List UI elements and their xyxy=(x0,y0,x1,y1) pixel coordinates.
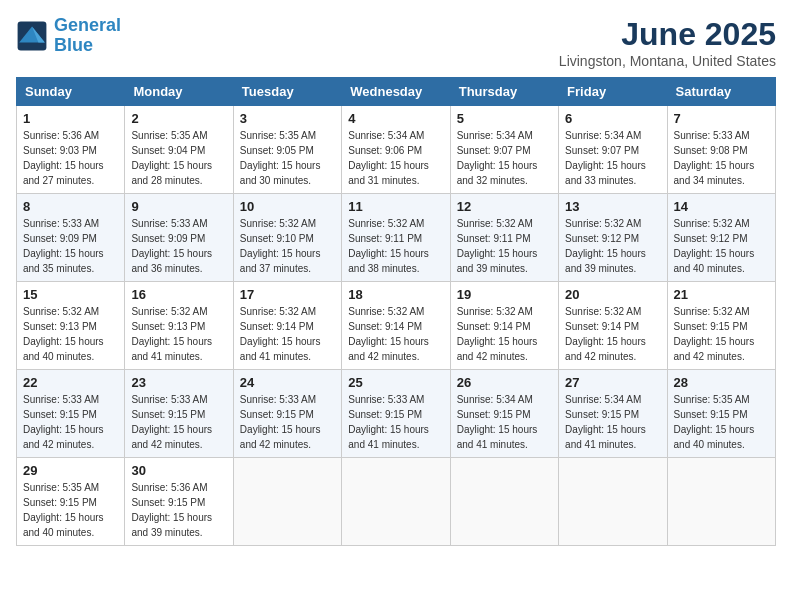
day-number: 18 xyxy=(348,287,443,302)
day-info: Sunrise: 5:36 AMSunset: 9:15 PMDaylight:… xyxy=(131,480,226,540)
day-info: Sunrise: 5:32 AMSunset: 9:11 PMDaylight:… xyxy=(348,216,443,276)
day-number: 24 xyxy=(240,375,335,390)
day-number: 14 xyxy=(674,199,769,214)
day-number: 22 xyxy=(23,375,118,390)
col-saturday: Saturday xyxy=(667,78,775,106)
day-info: Sunrise: 5:35 AMSunset: 9:15 PMDaylight:… xyxy=(674,392,769,452)
table-row xyxy=(342,458,450,546)
table-row: 28 Sunrise: 5:35 AMSunset: 9:15 PMDaylig… xyxy=(667,370,775,458)
day-info: Sunrise: 5:33 AMSunset: 9:15 PMDaylight:… xyxy=(131,392,226,452)
day-number: 5 xyxy=(457,111,552,126)
day-number: 15 xyxy=(23,287,118,302)
day-info: Sunrise: 5:32 AMSunset: 9:12 PMDaylight:… xyxy=(674,216,769,276)
day-number: 29 xyxy=(23,463,118,478)
table-row: 30 Sunrise: 5:36 AMSunset: 9:15 PMDaylig… xyxy=(125,458,233,546)
day-info: Sunrise: 5:33 AMSunset: 9:15 PMDaylight:… xyxy=(348,392,443,452)
day-number: 3 xyxy=(240,111,335,126)
table-row: 13 Sunrise: 5:32 AMSunset: 9:12 PMDaylig… xyxy=(559,194,667,282)
day-number: 8 xyxy=(23,199,118,214)
day-info: Sunrise: 5:33 AMSunset: 9:15 PMDaylight:… xyxy=(240,392,335,452)
col-thursday: Thursday xyxy=(450,78,558,106)
logo-icon xyxy=(16,20,48,52)
table-row: 1 Sunrise: 5:36 AMSunset: 9:03 PMDayligh… xyxy=(17,106,125,194)
table-row: 27 Sunrise: 5:34 AMSunset: 9:15 PMDaylig… xyxy=(559,370,667,458)
calendar-week-row: 8 Sunrise: 5:33 AMSunset: 9:09 PMDayligh… xyxy=(17,194,776,282)
day-number: 10 xyxy=(240,199,335,214)
table-row: 26 Sunrise: 5:34 AMSunset: 9:15 PMDaylig… xyxy=(450,370,558,458)
calendar-week-row: 1 Sunrise: 5:36 AMSunset: 9:03 PMDayligh… xyxy=(17,106,776,194)
day-info: Sunrise: 5:32 AMSunset: 9:14 PMDaylight:… xyxy=(457,304,552,364)
table-row: 9 Sunrise: 5:33 AMSunset: 9:09 PMDayligh… xyxy=(125,194,233,282)
table-row: 10 Sunrise: 5:32 AMSunset: 9:10 PMDaylig… xyxy=(233,194,341,282)
day-number: 13 xyxy=(565,199,660,214)
col-monday: Monday xyxy=(125,78,233,106)
table-row: 14 Sunrise: 5:32 AMSunset: 9:12 PMDaylig… xyxy=(667,194,775,282)
day-info: Sunrise: 5:32 AMSunset: 9:10 PMDaylight:… xyxy=(240,216,335,276)
col-sunday: Sunday xyxy=(17,78,125,106)
day-info: Sunrise: 5:33 AMSunset: 9:15 PMDaylight:… xyxy=(23,392,118,452)
day-number: 20 xyxy=(565,287,660,302)
day-info: Sunrise: 5:32 AMSunset: 9:13 PMDaylight:… xyxy=(131,304,226,364)
col-friday: Friday xyxy=(559,78,667,106)
calendar-week-row: 22 Sunrise: 5:33 AMSunset: 9:15 PMDaylig… xyxy=(17,370,776,458)
day-info: Sunrise: 5:35 AMSunset: 9:05 PMDaylight:… xyxy=(240,128,335,188)
day-number: 26 xyxy=(457,375,552,390)
logo-general: General xyxy=(54,15,121,35)
day-info: Sunrise: 5:34 AMSunset: 9:15 PMDaylight:… xyxy=(457,392,552,452)
table-row: 12 Sunrise: 5:32 AMSunset: 9:11 PMDaylig… xyxy=(450,194,558,282)
day-info: Sunrise: 5:34 AMSunset: 9:15 PMDaylight:… xyxy=(565,392,660,452)
table-row: 25 Sunrise: 5:33 AMSunset: 9:15 PMDaylig… xyxy=(342,370,450,458)
day-info: Sunrise: 5:34 AMSunset: 9:07 PMDaylight:… xyxy=(457,128,552,188)
day-info: Sunrise: 5:32 AMSunset: 9:14 PMDaylight:… xyxy=(240,304,335,364)
table-row: 22 Sunrise: 5:33 AMSunset: 9:15 PMDaylig… xyxy=(17,370,125,458)
day-number: 23 xyxy=(131,375,226,390)
table-row: 24 Sunrise: 5:33 AMSunset: 9:15 PMDaylig… xyxy=(233,370,341,458)
table-row: 18 Sunrise: 5:32 AMSunset: 9:14 PMDaylig… xyxy=(342,282,450,370)
table-row: 16 Sunrise: 5:32 AMSunset: 9:13 PMDaylig… xyxy=(125,282,233,370)
col-tuesday: Tuesday xyxy=(233,78,341,106)
table-row: 21 Sunrise: 5:32 AMSunset: 9:15 PMDaylig… xyxy=(667,282,775,370)
day-info: Sunrise: 5:36 AMSunset: 9:03 PMDaylight:… xyxy=(23,128,118,188)
day-number: 21 xyxy=(674,287,769,302)
day-info: Sunrise: 5:33 AMSunset: 9:09 PMDaylight:… xyxy=(131,216,226,276)
day-number: 11 xyxy=(348,199,443,214)
day-number: 28 xyxy=(674,375,769,390)
logo-blue: Blue xyxy=(54,35,93,55)
day-info: Sunrise: 5:35 AMSunset: 9:04 PMDaylight:… xyxy=(131,128,226,188)
day-info: Sunrise: 5:32 AMSunset: 9:11 PMDaylight:… xyxy=(457,216,552,276)
day-info: Sunrise: 5:32 AMSunset: 9:12 PMDaylight:… xyxy=(565,216,660,276)
day-info: Sunrise: 5:35 AMSunset: 9:15 PMDaylight:… xyxy=(23,480,118,540)
location-title: Livingston, Montana, United States xyxy=(559,53,776,69)
table-row: 6 Sunrise: 5:34 AMSunset: 9:07 PMDayligh… xyxy=(559,106,667,194)
table-row xyxy=(450,458,558,546)
month-title: June 2025 xyxy=(559,16,776,53)
day-number: 19 xyxy=(457,287,552,302)
col-wednesday: Wednesday xyxy=(342,78,450,106)
title-area: June 2025 Livingston, Montana, United St… xyxy=(559,16,776,69)
day-info: Sunrise: 5:32 AMSunset: 9:13 PMDaylight:… xyxy=(23,304,118,364)
table-row: 20 Sunrise: 5:32 AMSunset: 9:14 PMDaylig… xyxy=(559,282,667,370)
day-number: 17 xyxy=(240,287,335,302)
table-row: 5 Sunrise: 5:34 AMSunset: 9:07 PMDayligh… xyxy=(450,106,558,194)
day-number: 4 xyxy=(348,111,443,126)
table-row: 7 Sunrise: 5:33 AMSunset: 9:08 PMDayligh… xyxy=(667,106,775,194)
day-number: 12 xyxy=(457,199,552,214)
table-row xyxy=(667,458,775,546)
logo: General Blue xyxy=(16,16,121,56)
calendar-week-row: 29 Sunrise: 5:35 AMSunset: 9:15 PMDaylig… xyxy=(17,458,776,546)
day-info: Sunrise: 5:33 AMSunset: 9:09 PMDaylight:… xyxy=(23,216,118,276)
table-row: 15 Sunrise: 5:32 AMSunset: 9:13 PMDaylig… xyxy=(17,282,125,370)
day-number: 6 xyxy=(565,111,660,126)
table-row: 29 Sunrise: 5:35 AMSunset: 9:15 PMDaylig… xyxy=(17,458,125,546)
day-info: Sunrise: 5:32 AMSunset: 9:15 PMDaylight:… xyxy=(674,304,769,364)
day-number: 2 xyxy=(131,111,226,126)
day-number: 16 xyxy=(131,287,226,302)
day-info: Sunrise: 5:32 AMSunset: 9:14 PMDaylight:… xyxy=(348,304,443,364)
table-row: 2 Sunrise: 5:35 AMSunset: 9:04 PMDayligh… xyxy=(125,106,233,194)
table-row: 3 Sunrise: 5:35 AMSunset: 9:05 PMDayligh… xyxy=(233,106,341,194)
logo-text: General Blue xyxy=(54,16,121,56)
table-row: 23 Sunrise: 5:33 AMSunset: 9:15 PMDaylig… xyxy=(125,370,233,458)
table-row xyxy=(559,458,667,546)
day-number: 27 xyxy=(565,375,660,390)
day-number: 30 xyxy=(131,463,226,478)
